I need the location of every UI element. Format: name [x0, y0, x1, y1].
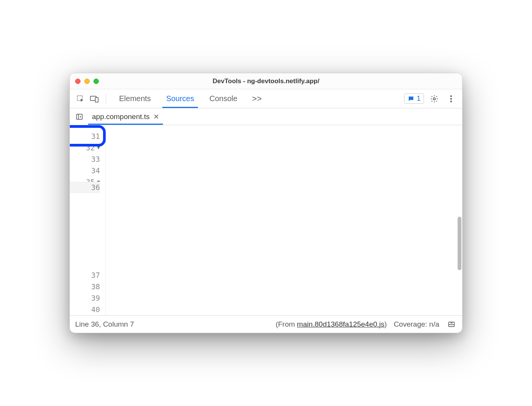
file-tab-app-component[interactable]: app.component.ts ✕: [87, 108, 164, 125]
svg-point-6: [450, 100, 452, 102]
svg-rect-7: [77, 114, 82, 119]
device-toolbar-icon[interactable]: [88, 93, 100, 105]
tabs-overflow[interactable]: >>: [247, 94, 267, 104]
tab-elements[interactable]: Elements: [111, 89, 158, 108]
svg-rect-2: [95, 97, 98, 102]
source-from: (From main.80d1368fa125e4e0.js): [276, 320, 387, 329]
issues-badge[interactable]: 1: [404, 93, 424, 104]
gutter-line[interactable]: 34: [70, 165, 100, 176]
file-tab-bar: app.component.ts ✕: [70, 108, 462, 125]
gutter-line[interactable]: 37: [70, 269, 100, 281]
gutter-line[interactable]: 32▼: [70, 142, 100, 153]
coverage-status: Coverage: n/a: [394, 320, 439, 329]
more-menu-button[interactable]: [445, 92, 458, 105]
message-icon: [408, 95, 414, 102]
inspect-element-icon[interactable]: [74, 93, 87, 105]
navigator-toggle[interactable]: [72, 108, 87, 125]
traffic-lights: [75, 79, 99, 84]
code-content[interactable]: [106, 125, 462, 315]
settings-button[interactable]: [428, 92, 441, 105]
svg-point-3: [433, 98, 435, 100]
gutter-line[interactable]: 31: [70, 130, 100, 142]
maximize-window-button[interactable]: [94, 79, 99, 84]
status-bar: Line 36, Column 7 (From main.80d1368fa12…: [70, 315, 462, 333]
drawer-toggle[interactable]: [446, 319, 457, 330]
gutter-line[interactable]: 33: [70, 153, 100, 165]
line-gutter[interactable]: 303132▼333435▼3637383940: [70, 125, 106, 315]
tab-console[interactable]: Console: [202, 89, 245, 108]
source-file-link[interactable]: main.80d1368fa125e4e0.js: [297, 320, 384, 328]
gutter-line[interactable]: 35▼: [70, 176, 100, 182]
tab-sources[interactable]: Sources: [158, 89, 202, 108]
fold-toggle-icon[interactable]: ▼: [97, 176, 100, 182]
main-tabs: Elements Sources Console: [111, 89, 245, 108]
scrollbar-thumb[interactable]: [458, 217, 461, 270]
devtools-window: DevTools - ng-devtools.netlify.app/ Elem…: [69, 73, 463, 333]
titlebar: DevTools - ng-devtools.netlify.app/: [70, 73, 462, 89]
panel-icon: [76, 113, 83, 121]
svg-point-5: [450, 98, 452, 99]
window-title: DevTools - ng-devtools.netlify.app/: [70, 77, 462, 85]
gutter-line[interactable]: 39: [70, 292, 100, 304]
gutter-line[interactable]: 40: [70, 304, 100, 315]
gear-icon: [430, 95, 438, 103]
svg-point-4: [450, 95, 452, 97]
fold-toggle-icon[interactable]: ▼: [97, 142, 100, 153]
code-editor: 303132▼333435▼3637383940: [70, 125, 462, 315]
gutter-line[interactable]: 36: [70, 182, 100, 193]
issues-count: 1: [417, 95, 421, 103]
drawer-icon: [448, 321, 455, 328]
file-tab-label: app.component.ts: [92, 113, 150, 121]
close-tab-button[interactable]: ✕: [153, 113, 159, 121]
kebab-icon: [450, 95, 452, 103]
minimize-window-button[interactable]: [84, 79, 90, 84]
gutter-line[interactable]: 38: [70, 281, 100, 292]
main-toolbar: Elements Sources Console >> 1: [70, 89, 462, 108]
toolbar-separator: [106, 94, 106, 103]
close-window-button[interactable]: [75, 79, 81, 84]
cursor-position: Line 36, Column 7: [75, 320, 134, 329]
gutter-line[interactable]: 30: [70, 125, 100, 130]
